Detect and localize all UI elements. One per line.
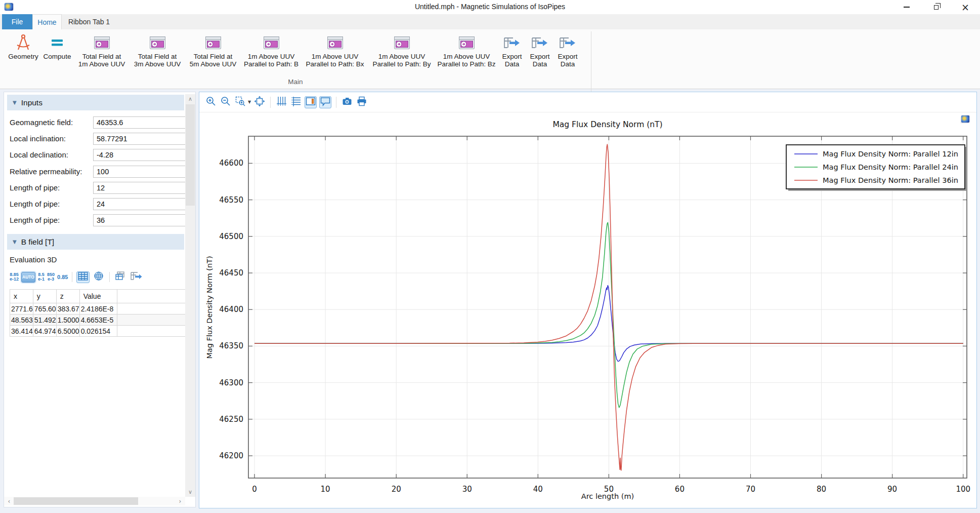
scroll-right-icon[interactable]: ›: [175, 497, 185, 505]
ribbon-button-parallel-path-bx[interactable]: 1m Above UUVParallel to Path: Bx: [302, 32, 368, 80]
format-scientific-button[interactable]: 8.85e-12: [10, 272, 19, 282]
ribbon-button-label: 1m Above UUVParallel to Path: B: [244, 53, 299, 68]
window-controls: ×: [892, 0, 980, 14]
ribbon-button-geometry[interactable]: Geometry: [6, 32, 40, 80]
section-header-inputs[interactable]: ▼ Inputs: [7, 95, 184, 110]
x-tick-label: 90: [887, 485, 897, 494]
field-label-length-of-pipe-3: Length of pipe:: [10, 216, 60, 224]
column-header-x[interactable]: x: [10, 290, 33, 303]
column-header-y[interactable]: y: [33, 290, 56, 303]
x-axis-grid-button[interactable]: [275, 96, 287, 108]
zoom-extents-icon: [254, 96, 265, 109]
format-engineering-button[interactable]: 8.5e-1: [38, 272, 45, 282]
field-input-local-inclination[interactable]: [93, 133, 190, 145]
ribbon-button-label: ExportData: [530, 53, 549, 68]
evaluation-3d-label: Evaluation 3D: [10, 255, 57, 264]
column-header-filler: [117, 290, 186, 303]
table-header-row: xyzValue: [10, 290, 187, 303]
table-row[interactable]: 2771.6765.60383.672.4186E-8: [10, 303, 187, 314]
sphere-plot-button[interactable]: [92, 271, 105, 283]
y-axis-label: Mag Flux Density Norm (nT): [205, 256, 214, 359]
column-header-value[interactable]: Value: [79, 290, 117, 303]
zoom-box-icon: [235, 96, 246, 109]
ribbon-button-parallel-path-bz[interactable]: 1m Above UUVParallel to Path: Bz: [435, 32, 498, 80]
y-axis-grid-button[interactable]: [290, 96, 302, 108]
zoom-extents-button[interactable]: [253, 96, 266, 108]
export-table-button[interactable]: [130, 271, 143, 283]
legend: Mag Flux Density Norm: Parallel 12inMag …: [786, 145, 967, 191]
x-tick-label: 80: [817, 485, 826, 494]
ribbon-button-label: Total Field at1m Above UUV: [78, 53, 125, 68]
tab-ribbon-tab-1[interactable]: Ribbon Tab 1: [62, 14, 116, 29]
show-tooltip-button[interactable]: [319, 96, 331, 108]
field-label-local-declination: Local declination:: [10, 150, 68, 159]
ribbon-button-label: ExportData: [558, 53, 577, 68]
field-input-length-of-pipe-1[interactable]: [93, 182, 190, 194]
field-input-relative-permeability[interactable]: [93, 166, 190, 178]
restore-button[interactable]: [921, 0, 951, 14]
field-input-length-of-pipe-2[interactable]: [93, 198, 190, 210]
close-button[interactable]: ×: [951, 0, 980, 14]
zoom-in-button[interactable]: [205, 96, 217, 108]
table-grid-icon: [78, 272, 88, 283]
evaluation-table: xyzValue2771.6765.60383.672.4186E-848.56…: [10, 289, 187, 337]
tab-home[interactable]: Home: [32, 14, 62, 29]
ribbon-button-label: Total Field at3m Above UUV: [134, 53, 181, 68]
ribbon-button-export-data-3[interactable]: ExportData: [553, 32, 582, 80]
ribbon-button-export-data-1[interactable]: ExportData: [498, 32, 526, 80]
legend-label: Mag Flux Density Norm: Parallel 12in: [823, 150, 958, 158]
snapshot-button[interactable]: [341, 96, 353, 108]
table-cell: 0.026154: [79, 326, 117, 337]
section-header-bfield[interactable]: ▼ B field [T]: [7, 234, 184, 250]
table-row[interactable]: 48.56351.4921.50004.6653E-5: [10, 314, 187, 326]
tab-file[interactable]: File: [2, 14, 32, 29]
y-tick-label: 46200: [219, 451, 243, 460]
format-decimal-button[interactable]: 0.85: [57, 274, 68, 280]
field-input-geomagnetic-field[interactable]: [93, 116, 190, 129]
ribbon-button-total-field-1m[interactable]: Total Field at1m Above UUV: [74, 32, 130, 80]
ribbon-button-parallel-path-b[interactable]: 1m Above UUVParallel to Path: B: [241, 32, 302, 80]
ribbon-button-total-field-3m[interactable]: Total Field at3m Above UUV: [130, 32, 185, 80]
ribbon-button-label: 1m Above UUVParallel to Path: Bz: [438, 53, 496, 68]
horizontal-scrollbar[interactable]: ‹ ›: [4, 497, 185, 505]
zoom-box-button[interactable]: [234, 96, 246, 108]
dropdown-arrow-icon[interactable]: ▼: [248, 100, 251, 104]
horizontal-scrollbar-thumb[interactable]: [14, 497, 138, 505]
zoom-out-icon: [220, 96, 231, 109]
copy-table-icon: [115, 271, 126, 283]
field-input-local-declination[interactable]: [93, 149, 190, 161]
show-legends-button[interactable]: [305, 96, 317, 108]
ribbon-button-export-data-2[interactable]: ExportData: [526, 32, 553, 80]
app-window-icon: [327, 32, 344, 53]
scroll-down-icon[interactable]: ∨: [185, 487, 195, 497]
plot-canvas[interactable]: 0102030405060708090100462004625046300463…: [199, 113, 976, 508]
ribbon-button-parallel-path-by[interactable]: 1m Above UUVParallel to Path: By: [368, 32, 435, 80]
zoom-out-button[interactable]: [220, 96, 232, 108]
format-auto-button[interactable]: AUTO: [21, 272, 35, 283]
x-tick-label: 40: [533, 485, 543, 494]
print-button[interactable]: [356, 96, 368, 108]
ribbon-tab-strip: File Home Ribbon Tab 1: [0, 14, 980, 29]
toolbar-separator: [336, 97, 336, 108]
column-header-z[interactable]: z: [56, 290, 79, 303]
scroll-up-icon[interactable]: ∧: [185, 94, 195, 104]
scroll-left-icon[interactable]: ‹: [4, 497, 14, 505]
y-tick-label: 46450: [219, 268, 243, 278]
full-precision-toggle-button[interactable]: [76, 271, 90, 283]
field-input-length-of-pipe-3[interactable]: [93, 214, 190, 226]
printer-icon: [356, 96, 367, 109]
table-cell: 51.492: [33, 314, 56, 326]
x-tick-label: 70: [746, 485, 755, 494]
ribbon-button-total-field-5m[interactable]: Total Field at5m Above UUV: [185, 32, 241, 80]
format-engineering-si-button[interactable]: 850e-3: [47, 272, 55, 282]
copy-table-button[interactable]: [114, 271, 127, 283]
ribbon-button-label: ExportData: [502, 53, 522, 68]
ribbon-button-label: Total Field at5m Above UUV: [190, 53, 236, 68]
number-format-toolbar: 8.85e-12AUTO8.5e-1850e-30.85: [10, 270, 143, 284]
vertical-scrollbar-thumb[interactable]: [186, 104, 195, 206]
toolbar-separator: [270, 97, 271, 108]
table-row[interactable]: 36.41464.9746.50000.026154: [10, 326, 187, 337]
minimize-button[interactable]: [892, 0, 921, 14]
ribbon-button-compute[interactable]: Compute: [40, 32, 74, 80]
vertical-scrollbar[interactable]: ∧ ∨: [185, 94, 195, 497]
